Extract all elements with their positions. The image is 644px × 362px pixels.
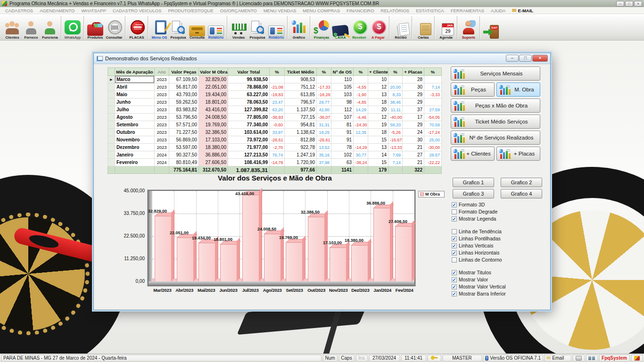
column-header[interactable]: % bbox=[270, 68, 285, 76]
toolbar-button-cartas[interactable]: Cartas bbox=[414, 15, 433, 40]
menu-menu-compras[interactable]: MENU COMPRAS bbox=[299, 8, 343, 13]
app-close-button[interactable]: × bbox=[634, 1, 642, 7]
cell: -18,28 bbox=[317, 91, 331, 99]
menu-menu-vendas[interactable]: MENU VENDAS bbox=[260, 8, 300, 13]
table-row[interactable]: ▶Marco202367.109,5032.829,0099.938,50908… bbox=[108, 76, 442, 83]
toolbar-button-placas[interactable]: PLACAS bbox=[127, 15, 146, 40]
toolbar-button-recibo[interactable]: Recibo bbox=[391, 15, 410, 40]
toolbar-button-relat-rio[interactable]: Relatório bbox=[267, 15, 286, 40]
status-email[interactable]: ✉ Email bbox=[544, 354, 571, 362]
chart-type-button-m-obra[interactable]: M. Obra bbox=[496, 82, 540, 97]
menu-agendamento[interactable]: AGENDAMENTO bbox=[36, 8, 78, 13]
menu-whatsapp[interactable]: WHATSAPP bbox=[78, 8, 109, 13]
table-row[interactable]: Maio202343.793,0019.434,0063.227,00-19,8… bbox=[108, 91, 442, 99]
window-minimize-button[interactable]: – bbox=[506, 55, 519, 62]
column-header[interactable]: + Placas bbox=[403, 68, 424, 76]
toolbar-button-suporte[interactable]: Suporte bbox=[459, 15, 478, 40]
chart-type-button-ticket-m-dio-servi-os[interactable]: Ticket Médio Serviços bbox=[451, 115, 540, 129]
table-row[interactable]: Julho202383.983,8243.416,00127.399,8263,… bbox=[108, 106, 442, 114]
chart-type-button--clientes[interactable]: + Clientes bbox=[451, 147, 495, 161]
toolbar-button-caixa[interactable]: $CAIXA bbox=[331, 15, 350, 40]
toolbar-button-produtos[interactable]: Produtos bbox=[86, 15, 105, 40]
table-row[interactable]: Junho202359.262,5018.801,0078.063,5023,4… bbox=[108, 99, 442, 106]
column-header[interactable]: Valor Peças bbox=[169, 68, 199, 76]
toolbar-button-pesquisa[interactable]: Pesquisa bbox=[248, 15, 267, 40]
checkbox-linha-de-tend-ncia[interactable]: Linha de Tendência bbox=[452, 228, 546, 235]
chart-type-button-servi-os-mensais[interactable]: Serviços Mensais bbox=[451, 66, 540, 81]
toolbar-button-finan-as[interactable]: $Finanças bbox=[312, 15, 331, 40]
button-grafico-1[interactable]: Grafico 1 bbox=[453, 178, 494, 187]
table-row[interactable]: Agosto202353.796,5024.008,5077.805,00-38… bbox=[108, 114, 442, 121]
checkbox-linhas-verticais[interactable]: ✓Linhas Verticais bbox=[452, 242, 546, 249]
checkbox-mostrar-legenda[interactable]: ✓Mostrar Legenda bbox=[452, 215, 546, 222]
checkbox-mostrar-titulos[interactable]: ✓Mostrar Titulos bbox=[452, 269, 546, 276]
column-header[interactable]: Ticket Médio bbox=[285, 68, 317, 76]
window-maximize-button[interactable]: □ bbox=[519, 55, 532, 62]
status-printer[interactable] bbox=[572, 354, 585, 362]
toolbar-button-agenda[interactable]: JAN29Agenda bbox=[437, 15, 455, 40]
chart-type-button-n-de-servi-os-realizados[interactable]: Nº de Serviços Realizados bbox=[451, 131, 540, 145]
checkbox-mostrar-barra-inferior[interactable]: ✓Mostrar Barra Inferior bbox=[452, 290, 546, 297]
chart-type-button-pe-as[interactable]: Peças bbox=[451, 82, 495, 97]
toolbar-button-relat-rio[interactable]: Relatório bbox=[206, 15, 225, 40]
checkbox-mostrar-valor[interactable]: ✓Mostrar Valor bbox=[452, 276, 546, 283]
table-row[interactable]: Novembro202356.869,0017.103,0073.972,00-… bbox=[108, 136, 442, 144]
column-header[interactable]: % bbox=[388, 68, 403, 76]
toolbar-button-menu-os[interactable]: Menu OS bbox=[150, 15, 169, 40]
chart-type-button-pe-as-x-m-o-de-obra[interactable]: Peças x Mão de Obra bbox=[451, 99, 540, 113]
app-restore-button[interactable]: □ bbox=[625, 1, 633, 7]
column-header[interactable]: Valor M Obra bbox=[199, 68, 228, 76]
column-header[interactable]: Ano bbox=[155, 68, 169, 76]
toolbar-button-whatsapp[interactable]: WhatsApp bbox=[63, 15, 82, 40]
app-minimize-button[interactable]: – bbox=[616, 1, 624, 7]
column-header[interactable]: + Clientes bbox=[368, 68, 388, 76]
window-close-button[interactable]: × bbox=[532, 55, 548, 62]
menu-financeiro[interactable]: FINANCEIRO bbox=[343, 8, 378, 13]
table-row[interactable]: Setembro202357.571,0019.769,0077.340,00-… bbox=[108, 121, 442, 129]
button-grafico-3[interactable]: Grafico 3 bbox=[453, 189, 494, 198]
menu-os-or-amento[interactable]: OS/ORÇAMENTO bbox=[217, 8, 260, 13]
toolbar-button-a-pagar[interactable]: $A Pagar bbox=[369, 15, 388, 40]
table-row[interactable]: Janeiro202490.327,5036.886,00127.213,507… bbox=[108, 151, 442, 159]
menu-cadastros[interactable]: CADASTROS bbox=[2, 8, 36, 13]
column-header[interactable]: % bbox=[354, 68, 368, 76]
menu-relat-rios[interactable]: RELATÓRIOS bbox=[378, 8, 413, 13]
cell: 2024 bbox=[155, 159, 169, 166]
checkbox-linhas-horizontais[interactable]: ✓Linhas Horizontais bbox=[452, 249, 546, 256]
chart-type-button--placas[interactable]: + Placas bbox=[496, 147, 540, 161]
menu-ajuda[interactable]: AJUDA bbox=[487, 8, 509, 13]
toolbar-button-consulta[interactable]: Consulta bbox=[188, 15, 206, 40]
table-row[interactable]: Dezembro202353.597,0018.380,0071.977,00-… bbox=[108, 144, 442, 151]
toolbar-button-consultar[interactable]: Consultar bbox=[105, 15, 124, 40]
button-grafico-2[interactable]: Grafico 2 bbox=[501, 178, 542, 187]
toolbar-button-funciona[interactable]: Funciona bbox=[41, 15, 59, 40]
checkbox-linhas-pontilhadas[interactable]: ✓Linhas Pontilhadas bbox=[452, 235, 546, 242]
column-header[interactable]: Valor Total bbox=[228, 68, 270, 76]
menu-estatistica[interactable]: ESTATISTICA bbox=[413, 8, 447, 13]
checkbox-label: Formato 3D bbox=[459, 202, 485, 207]
menu-e-mail[interactable]: ✉E-MAIL bbox=[509, 8, 537, 14]
toolbar-button-pesquisa[interactable]: Pesquisa bbox=[169, 15, 188, 40]
column-header[interactable] bbox=[108, 68, 115, 76]
checkbox-mostrar-valor-vertical[interactable]: ✓Mostrar Valor Vertical bbox=[452, 283, 546, 290]
column-header[interactable]: Nº de OS bbox=[331, 68, 354, 76]
table-row[interactable]: Fevereiro202480.810,4927.606,50108.416,9… bbox=[108, 159, 442, 166]
toolbar-button-exit[interactable]: EXIT bbox=[482, 15, 501, 40]
checkbox-linhas-de-contorno[interactable]: Linhas de Contorno bbox=[452, 256, 546, 263]
table-row[interactable]: Outubro202371.227,5032.386,50103.614,003… bbox=[108, 129, 442, 136]
toolbar-button-receber[interactable]: $Receber bbox=[350, 15, 369, 40]
toolbar-button-clientes[interactable]: Clientes bbox=[3, 15, 22, 40]
toolbar-button-gr-fico[interactable]: Gráfico bbox=[289, 15, 308, 40]
table-row[interactable]: Abril202356.817,0022.051,0078.868,00-21,… bbox=[108, 83, 442, 91]
button-grafico-4[interactable]: Grafico 4 bbox=[501, 189, 542, 198]
checkbox-formato-degrade[interactable]: Formato Degrade bbox=[452, 208, 546, 215]
toolbar-button-vendas[interactable]: Vendas bbox=[229, 15, 248, 40]
menu-ferramentas[interactable]: FERRAMENTAS bbox=[447, 8, 487, 13]
checkbox-formato-3d[interactable]: ✓Formato 3D bbox=[452, 201, 546, 208]
toolbar-button-fornece[interactable]: Fornece bbox=[22, 15, 41, 40]
menu-cadastro-veiculos[interactable]: CADASTRO VEICULOS bbox=[109, 8, 165, 13]
column-header[interactable]: Mês de Apuração bbox=[115, 68, 155, 76]
column-header[interactable]: % bbox=[424, 68, 442, 76]
column-header[interactable]: % bbox=[317, 68, 331, 76]
menu-produto-estoque[interactable]: PRODUTO/ESTOQUE bbox=[165, 8, 216, 13]
